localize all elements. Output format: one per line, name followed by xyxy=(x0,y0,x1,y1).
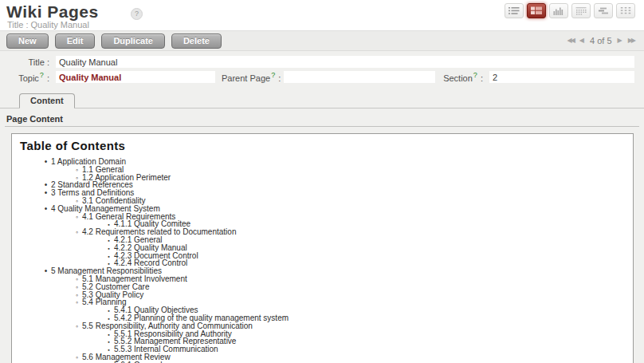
section-field[interactable] xyxy=(489,71,634,83)
topic-field-label: Topic? : xyxy=(0,71,49,83)
toc-item: ▪4.2.1 General xyxy=(18,236,626,244)
form-icon xyxy=(531,6,542,15)
title-field[interactable] xyxy=(56,56,634,68)
toc-item: ◦5.5 Responsibility, Authority and Commu… xyxy=(18,322,626,330)
bullet-icon: ◦ xyxy=(72,299,82,307)
pager: ◀◀ ◀ 4 of 5 ▶ ▶▶ xyxy=(567,36,634,45)
toc-item: ◦5.6 Management Review xyxy=(18,353,626,361)
title-field-label: Title : xyxy=(0,57,49,67)
delete-button[interactable]: Delete xyxy=(171,34,222,49)
separator-line xyxy=(5,126,639,127)
page-content-label: Page Content xyxy=(5,114,639,124)
toc-title: Table of Contents xyxy=(20,139,626,152)
toolbar: New Edit Duplicate Delete ◀◀ ◀ 4 of 5 ▶ … xyxy=(0,31,644,51)
previous-page-icon[interactable]: ◀ xyxy=(579,37,584,44)
toc-list: •1 Application Domain◦1.1 General◦1.2 Ap… xyxy=(18,158,626,363)
gantt-icon xyxy=(598,6,609,15)
calendar-icon xyxy=(575,6,587,15)
bullet-icon: • xyxy=(41,158,51,166)
gantt-view-button[interactable] xyxy=(594,3,613,18)
first-page-icon[interactable]: ◀◀ xyxy=(567,37,574,44)
view-switcher xyxy=(505,3,635,18)
toc-item: ▪4.2.2 Quality Manual xyxy=(18,244,626,252)
bullet-icon: ◦ xyxy=(72,229,82,237)
parent-page-help-icon[interactable]: ? xyxy=(270,71,276,79)
duplicate-button[interactable]: Duplicate xyxy=(101,34,165,49)
diagram-icon xyxy=(620,6,631,15)
toc-item: ◦4.2 Requirements related to Documentati… xyxy=(18,228,626,236)
form-fields: Title : Topic? : Parent Page? : Section?… xyxy=(0,51,644,88)
bullet-icon: ◦ xyxy=(72,214,82,222)
tab-content[interactable]: Content xyxy=(19,93,75,109)
bullet-icon: • xyxy=(41,205,51,213)
page-content-separator: Page Content xyxy=(0,109,644,127)
bullet-icon: ◦ xyxy=(72,323,82,331)
bullet-icon: ◦ xyxy=(72,354,82,362)
toc-item: ▪5.4.1 Quality Objectives xyxy=(18,306,626,314)
list-view-button[interactable] xyxy=(505,3,524,18)
form-view-button[interactable] xyxy=(527,3,546,18)
toc-item: ◦5.4 Planning xyxy=(18,298,626,306)
topic-help-icon[interactable]: ? xyxy=(39,71,45,79)
record-actions: New Edit Duplicate Delete xyxy=(6,34,222,49)
parent-page-field[interactable] xyxy=(284,71,435,83)
graph-view-button[interactable] xyxy=(549,3,568,18)
pager-label: 4 of 5 xyxy=(590,36,612,45)
wiki-content-area: Table of Contents •1 Application Domain◦… xyxy=(11,133,634,363)
list-icon xyxy=(509,6,520,15)
diagram-view-button[interactable] xyxy=(616,3,635,18)
help-icon[interactable]: ? xyxy=(131,8,143,20)
form-view: Title : Topic? : Parent Page? : Section?… xyxy=(0,51,644,363)
calendar-view-button[interactable] xyxy=(571,3,591,18)
page-title: Wiki Pages xyxy=(6,2,99,22)
toc-item: ◦4.1 General Requirements xyxy=(18,213,626,221)
new-button[interactable]: New xyxy=(6,34,49,49)
wiki-pages-window: Wiki Pages ? Title : Quality Manual xyxy=(0,0,644,363)
last-page-icon[interactable]: ▶▶ xyxy=(628,37,634,44)
next-page-icon[interactable]: ▶ xyxy=(618,37,622,44)
edit-button[interactable]: Edit xyxy=(55,34,96,49)
bullet-icon: • xyxy=(41,189,51,197)
toc-item: ▪4.2.3 Document Control xyxy=(18,252,626,260)
graph-icon xyxy=(553,6,564,15)
section-field-label: Section? : xyxy=(442,71,483,83)
record-subtitle: Title : Quality Manual xyxy=(7,20,89,30)
toc-item: ▪5.5.1 Responsibility and Authority xyxy=(18,330,626,338)
notebook-tabs: Content xyxy=(0,88,644,109)
section-help-icon[interactable]: ? xyxy=(473,71,478,79)
parent-page-field-label: Parent Page? : xyxy=(222,71,277,83)
topic-field[interactable] xyxy=(56,71,215,83)
toc-item: ▪5.5.2 Management Representative xyxy=(18,337,626,345)
header: Wiki Pages ? Title : Quality Manual xyxy=(0,0,644,31)
bullet-icon: • xyxy=(41,267,51,275)
